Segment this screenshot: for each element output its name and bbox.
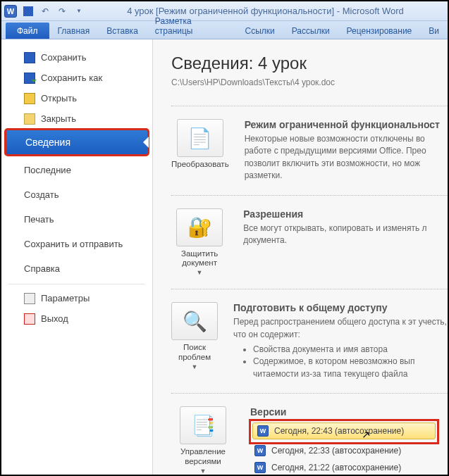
section-text: Перед распространением общего доступа к … [233,316,448,341]
backstage-main: Сведения: 4 урок C:\Users\HP\Downloads\Т… [153,39,448,475]
word-doc-icon: W [254,445,266,456]
close-folder-icon [24,113,35,125]
sidebar-label: Справка [24,263,60,274]
version-label: Сегодня, 21:22 (автосохранение) [271,463,401,472]
button-label: Поиск проблем [171,343,218,363]
convert-button[interactable]: 📄 Преобразовать [171,119,229,182]
tab-insert[interactable]: Вставка [98,23,147,39]
qat-dropdown-icon[interactable]: ▼ [72,4,86,18]
sidebar-label: Печать [24,214,54,225]
sidebar-label: Последние [24,165,71,175]
options-icon [24,293,35,304]
page-title: Сведения: 4 урок [171,54,448,73]
qat-save-icon[interactable] [21,4,35,18]
sidebar-label: Открыть [41,93,77,104]
sidebar-item-share[interactable]: Сохранить и отправить [1,234,152,253]
version-label: Сегодня, 22:43 (автосохранение) [274,426,404,436]
tab-file[interactable]: Файл [6,23,49,39]
backstage-sidebar: Сохранить Сохранить как Открыть Закрыть … [1,39,153,475]
dropdown-icon: ▼ [171,363,218,370]
version-item[interactable]: W Сегодня, 21:22 (автосохранение) [250,460,433,475]
sidebar-item-recent[interactable]: Последние [1,161,152,180]
sidebar-item-close[interactable]: Закрыть [1,109,152,128]
saveas-icon [24,73,35,84]
sidebar-item-saveas[interactable]: Сохранить как [1,68,152,87]
sidebar-item-info[interactable]: Сведения [6,130,148,155]
sidebar-label: Выход [41,313,68,324]
quick-access-toolbar: ↶ ↷ ▼ [21,4,86,18]
dropdown-icon: ▼ [171,468,235,475]
tab-home[interactable]: Главная [49,23,99,39]
sidebar-label: Сведения [25,137,70,148]
sidebar-label: Параметры [41,293,90,303]
window-title: 4 урок [Режим ограниченной функционально… [86,6,445,16]
convert-icon: 📄 [187,127,212,150]
word-app-icon: W [4,5,17,18]
version-item[interactable]: W Сегодня, 22:43 (автосохранение) [252,422,436,439]
section-text: Некоторые новые возможности отключены во… [245,133,448,182]
section-heading: Режим ограниченной функциональност [245,119,448,130]
sidebar-separator [8,284,145,284]
sidebar-label: Сохранить и отправить [24,239,123,249]
exit-icon [24,313,35,325]
sidebar-item-save[interactable]: Сохранить [1,48,152,67]
svg-rect-0 [23,6,33,16]
word-doc-icon: W [254,462,266,473]
sidebar-item-exit[interactable]: Выход [1,309,152,328]
lock-icon: 🔐 [187,215,212,239]
tab-view[interactable]: Ви [420,23,448,39]
button-label: Преобразовать [171,160,229,170]
tab-references[interactable]: Ссылки [237,23,283,39]
ribbon-tabs: Файл Главная Вставка Разметка страницы С… [1,21,448,39]
versions-icon: 📑 [191,414,216,437]
sidebar-item-new[interactable]: Создать [1,185,152,204]
sidebar-item-open[interactable]: Открыть [1,89,152,108]
sidebar-label: Сохранить как [41,73,102,83]
version-item[interactable]: W Сегодня, 22:33 (автосохранение) [250,443,433,458]
word-doc-icon: W [257,425,269,437]
button-label: Управление версиями [171,447,235,467]
list-item: Свойства документа и имя автора [253,344,448,356]
manage-versions-button[interactable]: 📑 Управление версиями ▼ [171,406,235,475]
highlighted-version: W Сегодня, 22:43 (автосохранение) [250,420,438,443]
version-label: Сегодня, 22:33 (автосохранение) [271,446,401,456]
sidebar-item-options[interactable]: Параметры [1,289,152,308]
sidebar-label: Закрыть [41,113,76,124]
sidebar-label: Сохранить [41,52,87,63]
sidebar-item-print[interactable]: Печать [1,210,152,229]
qat-redo-icon[interactable]: ↷ [55,4,69,18]
check-issues-button[interactable]: 🔍 Поиск проблем ▼ [171,302,218,380]
section-heading: Версии [250,406,438,418]
protect-document-button[interactable]: 🔐 Защитить документ ▼ [171,208,228,277]
document-path: C:\Users\HP\Downloads\Тексты\4 урок.doc [171,77,448,87]
dropdown-icon: ▼ [171,269,228,276]
list-item: Содержимое, в котором невозможно вып чит… [253,356,448,380]
section-heading: Разрешения [243,208,448,220]
open-folder-icon [24,93,35,104]
section-text: Все могут открывать, копировать и изменя… [243,223,448,247]
save-icon [24,52,35,63]
inspect-icon: 🔍 [183,310,207,333]
sidebar-label: Создать [24,189,59,200]
section-heading: Подготовить к общему доступу [233,302,448,313]
tab-layout[interactable]: Разметка страницы [147,13,237,39]
tab-mailings[interactable]: Рассылки [283,23,338,39]
button-label: Защитить документ [171,249,228,269]
sidebar-item-help[interactable]: Справка [1,259,152,278]
tab-review[interactable]: Рецензирование [338,23,421,39]
qat-undo-icon[interactable]: ↶ [38,4,52,18]
